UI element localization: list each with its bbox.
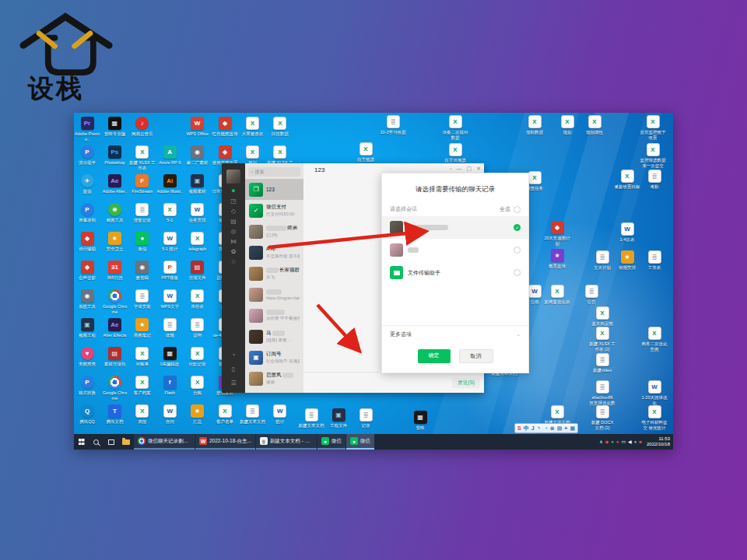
desktop-icon[interactable]: ●微信 [129, 232, 156, 252]
desktop-icon[interactable]: X首页监控图下收置 [640, 115, 666, 140]
desktop-icon[interactable]: ▣视频素材 [184, 174, 211, 194]
desktop-icon[interactable]: ≣读我 [156, 318, 183, 338]
cancel-button[interactable]: 取消 [459, 349, 493, 363]
desktop-icon[interactable]: ★假期安排 [614, 250, 640, 271]
desktop-icon[interactable]: 31365日历 [101, 261, 128, 281]
contacts-icon[interactable]: ◳ [230, 198, 237, 205]
sogou-bar-icon[interactable]: + [564, 425, 567, 431]
wechat-tray-icon[interactable]: ● [611, 439, 614, 444]
desktop-icon[interactable]: AeAdobe After.. [101, 174, 128, 194]
star-icon[interactable]: ☆ [230, 259, 236, 265]
desktop-icon[interactable]: W合同 [156, 404, 183, 425]
chat-list-item[interactable]: ▣订阅号社会保险中·实施就业扶... [245, 347, 303, 368]
desktop-icon[interactable]: ◉爱剪辑 [129, 261, 156, 281]
desktop-icon[interactable]: ▣视频工程 [74, 318, 100, 338]
taskbar-app-chrome[interactable]: 微信聊天记录删除... [134, 434, 195, 450]
desktop-icon[interactable]: X商务二次优化竞图 [641, 327, 668, 352]
desktop-icon[interactable]: Google Chrome [101, 289, 128, 314]
desktop-icon[interactable]: Q腾讯QQ [74, 404, 100, 425]
desktop-icon[interactable]: fFlash [156, 376, 183, 396]
desktop-icon[interactable]: X台账 [184, 376, 211, 396]
browser-icon[interactable]: ◔ [232, 352, 236, 359]
chat-list-item[interactable]: 长家福群从飞: [245, 263, 303, 284]
start-button[interactable] [74, 434, 89, 450]
desktop-icon[interactable]: ≣新建文本文档 [298, 408, 324, 429]
sogou-input-bar[interactable]: S中J丶◔⊕▤+▦ [514, 423, 578, 433]
checkbox-unchecked[interactable] [514, 247, 521, 254]
chat-list-item[interactable]: https://jingyan.baidu.c... [245, 284, 303, 305]
desktop-icon[interactable]: ≣新建文本文档 [239, 404, 265, 425]
desktop-icon[interactable]: X5-1 [156, 203, 183, 223]
dialog-conversation-row[interactable]: ✓ [382, 216, 528, 239]
desktop-icon[interactable]: ◆会声会影 [74, 261, 100, 281]
task-view-button[interactable] [103, 434, 118, 450]
desktop-icon[interactable]: X客户名单 [212, 404, 238, 425]
desktop-icon[interactable]: X监控筛选数据第一次提交 [640, 143, 666, 168]
desktop-icon[interactable]: X现制数据 [521, 115, 548, 135]
desktop-icon[interactable]: ▣工程文件 [325, 408, 352, 429]
desktop-icon[interactable]: ≣便签记录 [129, 203, 156, 223]
desktop-icon[interactable]: P屏幕录制 [74, 203, 100, 223]
search-input[interactable]: ⌕ 搜索 [248, 167, 300, 177]
chat-list-item[interactable]: 马[链接] 果菜... [245, 326, 303, 347]
desktop-icon[interactable]: Xtelegraph [184, 232, 211, 252]
desktop-icon[interactable]: ♥美图秀秀 [74, 347, 100, 367]
desktop-icon[interactable]: ◆红色梳图宣传 [212, 117, 238, 137]
chat-list-item[interactable]: ❐123 [245, 179, 303, 200]
minimize-icon[interactable]: — [457, 166, 462, 172]
desktop-icon[interactable]: X新商复优化表 [544, 285, 570, 305]
desktop-icon[interactable]: ≣说明 [184, 318, 211, 338]
desktop-icon[interactable]: WWPS Office [184, 117, 211, 137]
desktop-icon[interactable]: Google Chrome [101, 376, 128, 401]
desktop-icon[interactable]: X现别调性 [581, 115, 608, 135]
desktop-icon[interactable]: ≣公告 [578, 285, 605, 305]
desktop-icon[interactable]: AeAfter Effects [101, 318, 128, 338]
desktop-icon[interactable]: ◆20天竞速图计划 [544, 221, 570, 246]
sogou-bar-icon[interactable]: S [517, 425, 521, 431]
sogou-bar-icon[interactable]: ▤ [557, 425, 563, 431]
desktop-icon[interactable]: ★画图笔记 [129, 318, 156, 338]
desktop-icon[interactable]: W统计 [267, 404, 293, 425]
desktop-icon[interactable]: ≣字体安装 [129, 289, 156, 310]
taskbar-app-wechat[interactable]: ●微信 [317, 434, 345, 450]
desktop-icon[interactable]: ⊕截图工具 [101, 203, 128, 223]
checkbox-checked[interactable]: ✓ [514, 224, 521, 231]
sogou-bar-icon[interactable]: ◔ [545, 425, 548, 431]
desktop-icon[interactable]: ▦剪映专业版 [101, 117, 128, 137]
desktop-icon[interactable]: ▦UE编辑器 [156, 347, 183, 367]
desktop-icon[interactable]: X电子科材料提交 做完统计 [641, 405, 668, 430]
checkbox-unchecked[interactable] [514, 269, 521, 276]
desktop-icon[interactable]: X现划 [554, 115, 580, 135]
dialog-conversation-row[interactable] [382, 239, 528, 261]
desktop-icon[interactable]: ≣考勤 [641, 170, 668, 190]
menu-icon[interactable]: ☰ [230, 380, 236, 387]
desktop-icon[interactable]: ✈蓝信 [74, 174, 100, 194]
desktop-icon[interactable]: X付款记录 [184, 347, 211, 367]
desktop-icon[interactable]: X蓝天风景图 [589, 306, 615, 327]
display-tray-icon[interactable]: ▭ [621, 439, 626, 444]
desktop-icon[interactable]: ≣10-2学习收据 [380, 115, 406, 135]
desktop-icon[interactable]: ★汇总 [184, 404, 211, 425]
send-button[interactable]: 发送(S) [452, 378, 480, 388]
taskbar-search-button[interactable] [89, 434, 103, 450]
hidden-icons-caret[interactable]: ∧ [599, 439, 602, 444]
desktop-icon[interactable]: X客户档案 [129, 376, 156, 396]
desktop-icon[interactable]: P演示助手 [74, 145, 100, 166]
desktop-icon[interactable]: PrAdobe Premie.. [74, 117, 100, 142]
desktop-icon[interactable]: ▦剪映 [407, 411, 433, 431]
desktop-icon[interactable]: X对账单 [129, 347, 156, 367]
desktop-icon[interactable]: WWPS文字 [156, 289, 183, 310]
desktop-icon[interactable]: ◆设计辅助 [74, 232, 100, 252]
desktop-icon[interactable]: X重新收置目标 [614, 170, 640, 190]
favorites-icon[interactable]: ◇ [231, 208, 236, 215]
desktop-icon[interactable]: PsPhotoshop [101, 145, 128, 166]
phone-icon[interactable]: ▯ [232, 366, 235, 373]
desktop-icon[interactable]: ≣新建 DOCX 文档 (2) [589, 405, 615, 430]
desktop-icon[interactable]: T腾讯文档 [101, 404, 128, 425]
desktop-icon[interactable]: ▤压缩文件 [184, 261, 211, 281]
sogou-bar-icon[interactable]: ▦ [570, 425, 575, 431]
select-all-checkbox[interactable] [514, 206, 521, 213]
taskbar-clock[interactable]: 11:53 2022/10/18 [644, 436, 670, 448]
desktop-icon[interactable]: ≣shechu+86 区竞择优化数 [589, 380, 615, 405]
music-tray-icon[interactable]: ● [616, 439, 619, 444]
